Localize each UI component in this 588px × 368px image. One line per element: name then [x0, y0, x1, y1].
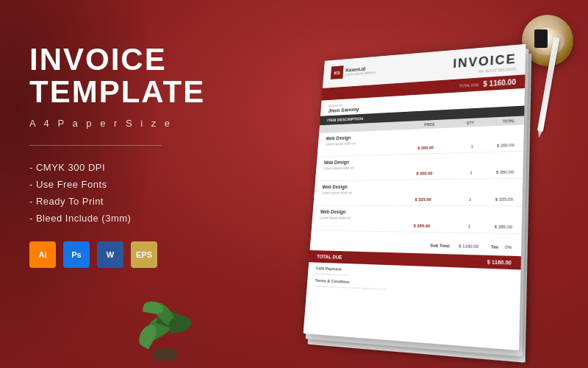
- col-total: TOTAL: [474, 118, 515, 124]
- paper-stack: KS KasenLtd Lorem ipsum address INVOICE …: [302, 43, 541, 368]
- col-qty: QTY: [434, 121, 474, 127]
- photoshop-icon: Ps: [63, 241, 90, 268]
- total-due-amount: $ 1160.00: [483, 78, 516, 88]
- feature-1: - CMYK 300 DPI: [29, 162, 206, 173]
- invoice-item-4: Web Design Lorem ipsum dolor sit $ 285.0…: [312, 206, 523, 235]
- invoice-title-right: INVOICE No. 001/22 16/11/2022: [453, 52, 517, 75]
- paper-main: KS KasenLtd Lorem ipsum address INVOICE …: [304, 44, 526, 350]
- feature-2: - Use Free Fonts: [29, 179, 206, 190]
- feature-3: - Ready To Print: [29, 196, 206, 207]
- feature-4: - Bleed Include (3mm): [29, 213, 206, 224]
- invoice-item-2: Web Design Lorem ipsum dolor sit $ 350.0…: [315, 152, 523, 181]
- plant-decoration: [132, 302, 198, 361]
- title-template: TEMPLATE: [29, 77, 206, 107]
- total-due-label: TOTAL DUE: [459, 82, 479, 88]
- illustrator-icon: Ai: [29, 241, 56, 268]
- invoice-footer: Café Payment Account details lorem ipsum…: [306, 262, 520, 302]
- title-invoice: INVOICE: [29, 44, 206, 75]
- eps-icon: EPS: [131, 241, 157, 268]
- logo-box: KS: [331, 66, 344, 79]
- item-col-header: ITEM DESCRIPTION: [327, 116, 363, 122]
- software-icons: Ai Ps W EPS: [29, 241, 206, 268]
- plant-leaves: [132, 299, 198, 350]
- col-price: PRICE: [397, 122, 434, 128]
- subtitle: A 4 P a p e r S i z e: [29, 118, 206, 129]
- mockup-area: KS KasenLtd Lorem ipsum address INVOICE …: [257, 0, 588, 368]
- invoice-item-3: Web Design Lorem ipsum dolor sit $ 325.0…: [313, 179, 523, 206]
- plant-pot: [154, 349, 176, 361]
- word-icon: W: [97, 241, 123, 268]
- invoice-logo: KS KasenLtd Lorem ipsum address: [331, 63, 376, 79]
- left-panel: INVOICE TEMPLATE A 4 P a p e r S i z e -…: [29, 44, 206, 268]
- features-list: - CMYK 300 DPI - Use Free Fonts - Ready …: [29, 162, 206, 224]
- divider: [29, 145, 162, 146]
